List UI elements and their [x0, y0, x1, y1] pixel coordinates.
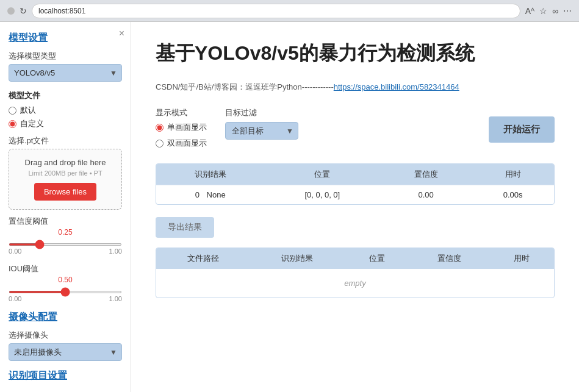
confidence-col-header-b: 置信度 — [409, 248, 489, 269]
position-col-header-b: 位置 — [345, 248, 410, 269]
target-filter-section: 目标过滤 全部目标 ▼ — [225, 107, 298, 140]
bottom-table-container: 文件路径 识别结果 位置 置信度 用时 empty — [156, 248, 555, 298]
back-button[interactable] — [7, 7, 15, 15]
iou-value: 0.50 — [9, 276, 122, 284]
export-button[interactable]: 导出结果 — [156, 217, 214, 238]
result-col-header: 识别结果 — [156, 164, 264, 185]
sidebar-close-button[interactable]: × — [119, 28, 124, 39]
star-icon: ☆ — [539, 6, 547, 16]
main-title: 基于YOLOv8/v5的暴力行为检测系统 — [156, 40, 555, 67]
camera-select[interactable]: 未启用摄像头 — [9, 343, 122, 361]
select-pt-label: 选择.pt文件 — [9, 135, 122, 146]
row-index: 0 — [195, 190, 200, 199]
target-filter-label: 目标过滤 — [225, 107, 298, 118]
iou-min: 0.00 — [9, 295, 21, 302]
radio-default-item[interactable]: 默认 — [9, 105, 122, 116]
browser-chrome: ↻ localhost:8501 Aᴬ ☆ ∞ ⋯ — [0, 0, 579, 22]
row-result: None — [207, 190, 226, 199]
result-table-container: 识别结果 位置 置信度 用时 0 None [0, 0, 0, 0] 0.00 — [156, 163, 555, 205]
radio-custom-item[interactable]: 自定义 — [9, 118, 122, 129]
result-col-header-b: 识别结果 — [250, 248, 344, 269]
radio-dual-label: 双画面显示 — [167, 138, 207, 149]
confidence-label: 置信度阈值 — [9, 216, 122, 227]
position-cell: [0, 0, 0, 0] — [264, 185, 380, 205]
empty-row: empty — [156, 269, 554, 298]
info-prefix: CSDN/知乎/B站/博客园：逗逗班学Python------------ — [156, 82, 334, 91]
radio-default-label: 默认 — [20, 105, 36, 116]
display-mode-section: 显示模式 单画面显示 双画面显示 — [156, 107, 207, 151]
radio-dual-item[interactable]: 双画面显示 — [156, 138, 207, 149]
browser-icons: Aᴬ ☆ ∞ ⋯ — [525, 6, 572, 16]
target-filter-select[interactable]: 全部目标 — [225, 122, 298, 140]
iou-max: 1.00 — [109, 295, 122, 302]
radio-dual-input[interactable] — [156, 140, 164, 148]
confidence-slider-section: 置信度阈值 0.25 0.00 1.00 — [9, 216, 122, 255]
camera-select-wrapper: 未启用摄像头 ▼ — [9, 343, 122, 361]
browse-files-button[interactable]: Browse files — [34, 183, 96, 201]
radio-default-input[interactable] — [9, 107, 16, 115]
controls-row: 显示模式 单画面显示 双画面显示 目标过滤 全部目标 — [156, 107, 555, 151]
recognition-settings-title: 识别项目设置 — [9, 369, 122, 382]
app-container: × 模型设置 选择模型类型 YOLOv8/v5 ▼ 模型文件 默认 自定义 选择… — [0, 22, 579, 392]
display-mode-label: 显示模式 — [156, 107, 207, 118]
url-text: localhost:8501 — [38, 7, 85, 15]
sidebar: × 模型设置 选择模型类型 YOLOv8/v5 ▼ 模型文件 默认 自定义 选择… — [0, 22, 131, 392]
radio-single-input[interactable] — [156, 124, 164, 132]
empty-text: empty — [156, 269, 554, 298]
confidence-min: 0.00 — [9, 248, 21, 255]
iou-slider[interactable] — [9, 291, 122, 293]
table-row: 0 None [0, 0, 0, 0] 0.00 0.00s — [156, 185, 554, 205]
time-col-header: 用时 — [472, 164, 554, 185]
model-settings-title: 模型设置 — [9, 32, 122, 45]
confidence-cell: 0.00 — [380, 185, 472, 205]
iou-label: IOU阈值 — [9, 263, 122, 274]
run-button[interactable]: 开始运行 — [489, 116, 555, 143]
model-type-select-wrapper: YOLOv8/v5 ▼ — [9, 64, 122, 82]
bottom-table-body: empty — [156, 269, 554, 298]
target-select-wrapper: 全部目标 ▼ — [225, 122, 298, 140]
extra-icon: ∞ — [552, 6, 558, 16]
model-file-radio-group: 默认 自定义 — [9, 105, 122, 129]
drop-limit: Limit 200MB per file • PT — [15, 169, 115, 177]
bottom-table: 文件路径 识别结果 位置 置信度 用时 empty — [156, 248, 554, 298]
bilibili-link[interactable]: https://space.bilibili.com/582341464 — [334, 82, 459, 91]
iou-slider-section: IOU阈值 0.50 0.00 1.00 — [9, 263, 122, 302]
time-cell: 0.00s — [472, 185, 554, 205]
result-table-body: 0 None [0, 0, 0, 0] 0.00 0.00s — [156, 185, 554, 205]
camera-select-label: 选择摄像头 — [9, 330, 122, 341]
drop-title: Drag and drop file here — [15, 158, 115, 167]
result-cell: 0 None — [156, 185, 264, 205]
filepath-col-header: 文件路径 — [156, 248, 250, 269]
display-mode-radio-group: 单画面显示 双画面显示 — [156, 122, 207, 151]
time-col-header-b: 用时 — [489, 248, 554, 269]
text-size-icon: Aᴬ — [525, 6, 534, 16]
confidence-slider[interactable] — [9, 243, 122, 246]
reload-button[interactable]: ↻ — [20, 6, 27, 16]
main-content: 基于YOLOv8/v5的暴力行为检测系统 CSDN/知乎/B站/博客园：逗逗班学… — [131, 22, 579, 392]
menu-icon: ⋯ — [563, 6, 572, 16]
info-text: CSDN/知乎/B站/博客园：逗逗班学Python------------htt… — [156, 82, 555, 93]
file-drop-area[interactable]: Drag and drop file here Limit 200MB per … — [9, 149, 122, 210]
url-bar: localhost:8501 — [32, 4, 520, 18]
confidence-max: 1.00 — [109, 248, 122, 255]
radio-single-label: 单画面显示 — [167, 122, 207, 133]
model-type-select[interactable]: YOLOv8/v5 — [9, 64, 122, 82]
confidence-value: 0.25 — [9, 228, 122, 237]
result-table: 识别结果 位置 置信度 用时 0 None [0, 0, 0, 0] 0.00 — [156, 164, 554, 204]
result-table-header: 识别结果 位置 置信度 用时 — [156, 164, 554, 185]
model-type-label: 选择模型类型 — [9, 51, 122, 62]
position-col-header: 位置 — [264, 164, 380, 185]
bottom-table-header: 文件路径 识别结果 位置 置信度 用时 — [156, 248, 554, 269]
camera-config-title: 摄像头配置 — [9, 311, 122, 324]
radio-custom-label: 自定义 — [20, 118, 44, 129]
radio-single-item[interactable]: 单画面显示 — [156, 122, 207, 133]
model-file-title: 模型文件 — [9, 90, 122, 101]
radio-custom-input[interactable] — [9, 120, 16, 128]
confidence-col-header: 置信度 — [380, 164, 472, 185]
